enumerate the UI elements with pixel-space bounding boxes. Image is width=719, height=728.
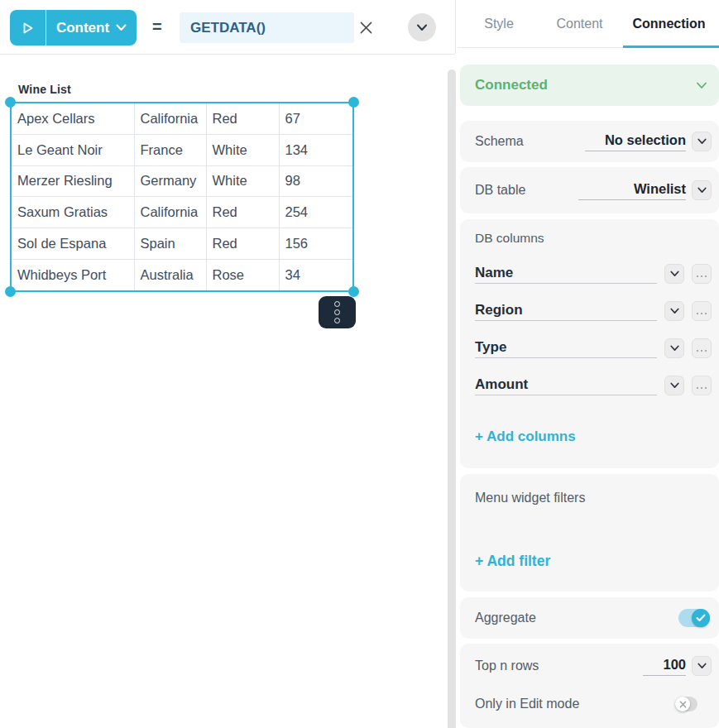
resize-handle-bottom-right[interactable]: [348, 286, 359, 297]
resize-handle-bottom-left[interactable]: [5, 286, 16, 297]
canvas-area: Content = GETDATA() Wine List: [0, 0, 458, 728]
schema-dropdown-button[interactable]: [692, 132, 712, 151]
top-n-dropdown-button[interactable]: [692, 656, 712, 676]
schema-label: Schema: [460, 134, 524, 149]
check-icon: [696, 614, 706, 622]
db-table-dropdown-button[interactable]: [692, 180, 712, 200]
wine-table-body: Apex CellarsCaliforniaRed67Le Geant Noir…: [12, 103, 352, 290]
table-cell: Spain: [134, 228, 206, 260]
active-tab-underline: [623, 46, 719, 48]
expand-formula-button[interactable]: [408, 13, 436, 41]
table-cell: 156: [279, 228, 352, 260]
chevron-down-icon: [416, 24, 428, 31]
connection-status-section[interactable]: Connected: [460, 65, 719, 106]
db-column-field[interactable]: Amount: [475, 376, 657, 395]
table-cell: Red: [206, 228, 279, 260]
table-cell: 98: [279, 165, 352, 197]
db-column-options-button[interactable]: [692, 376, 712, 395]
resize-handle-top-left[interactable]: [5, 97, 16, 108]
panel-tabs: Style Content Connection: [458, 0, 719, 48]
close-icon: [679, 701, 687, 708]
table-cell: Apex Cellars: [12, 103, 134, 134]
clear-formula-button[interactable]: [357, 18, 375, 36]
db-column-name: Region: [475, 302, 523, 318]
ellipsis-icon: [697, 275, 699, 278]
chevron-down-icon: [697, 187, 707, 194]
table-row[interactable]: Le Geant NoirFranceWhite134: [12, 134, 352, 165]
top-n-value-field[interactable]: 100: [643, 657, 686, 676]
play-button[interactable]: [10, 10, 46, 46]
table-cell: Australia: [134, 260, 206, 290]
content-dropdown-button[interactable]: Content: [46, 10, 137, 46]
db-column-name: Amount: [475, 376, 528, 392]
db-columns-list: NameRegionTypeAmount: [475, 264, 712, 413]
toolbar-vertical-divider: [455, 0, 456, 54]
edit-mode-row: Only in Edit mode: [460, 692, 697, 716]
close-icon: [359, 21, 373, 35]
db-column-dropdown-button[interactable]: [664, 338, 684, 358]
aggregate-toggle[interactable]: [678, 609, 710, 627]
wine-table-widget[interactable]: Apex CellarsCaliforniaRed67Le Geant Noir…: [10, 102, 354, 292]
table-cell: Saxum Gratias: [12, 197, 134, 228]
db-column-field[interactable]: Type: [475, 338, 657, 358]
db-column-options-button[interactable]: [692, 301, 712, 321]
db-column-field[interactable]: Region: [475, 301, 657, 321]
top-n-label: Top n rows: [460, 659, 539, 673]
db-column-row: Name: [475, 264, 712, 284]
add-columns-link[interactable]: + Add columns: [475, 429, 576, 445]
kebab-dot-icon: [334, 318, 340, 323]
add-filter-link[interactable]: + Add filter: [475, 553, 550, 570]
filters-label: Menu widget filters: [475, 491, 585, 505]
db-column-dropdown-button[interactable]: [664, 376, 684, 395]
chevron-down-icon: [116, 24, 127, 31]
canvas-scrollbar[interactable]: [448, 69, 456, 728]
ellipsis-icon: [697, 313, 699, 315]
menu-widget-filters-section: Menu widget filters + Add filter: [460, 474, 719, 592]
chevron-down-icon: [670, 382, 679, 389]
tab-style[interactable]: Style: [458, 0, 540, 47]
formula-input[interactable]: GETDATA(): [180, 12, 354, 43]
chevron-down-icon: [697, 138, 707, 145]
table-cell: 134: [279, 134, 352, 165]
edit-mode-toggle[interactable]: [675, 697, 697, 711]
db-column-row: Region: [475, 301, 712, 321]
table-row[interactable]: Whidbeys PortAustraliaRose34: [12, 260, 352, 290]
edit-mode-label: Only in Edit mode: [460, 697, 579, 711]
db-column-dropdown-button[interactable]: [664, 264, 684, 284]
table-cell: California: [134, 103, 206, 134]
db-table-value-field[interactable]: Winelist: [578, 181, 686, 200]
tab-connection[interactable]: Connection: [619, 0, 719, 47]
table-cell: Rose: [206, 260, 279, 290]
table-row[interactable]: Apex CellarsCaliforniaRed67: [12, 103, 352, 134]
wine-table: Apex CellarsCaliforniaRed67Le Geant Noir…: [12, 103, 352, 290]
db-column-options-button[interactable]: [692, 338, 712, 358]
db-column-name: Name: [475, 265, 513, 280]
run-content-button[interactable]: Content: [10, 10, 137, 46]
resize-handle-top-right[interactable]: [348, 97, 359, 108]
table-cell: 67: [279, 103, 352, 134]
aggregate-section: Aggregate: [460, 597, 719, 639]
table-cell: Sol de Espana: [12, 228, 134, 260]
table-row[interactable]: Merzer RieslingGermanyWhite98: [12, 165, 352, 197]
play-icon: [22, 22, 34, 35]
db-column-name: Type: [475, 339, 506, 355]
table-row[interactable]: Sol de EspanaSpainRed156: [12, 228, 352, 260]
chevron-down-icon: [697, 663, 707, 669]
chevron-down-icon: [670, 308, 679, 314]
formula-text: GETDATA(): [190, 20, 266, 36]
table-cell: France: [134, 134, 206, 165]
chevron-down-icon[interactable]: [696, 82, 707, 89]
table-cell: 34: [279, 260, 352, 290]
chevron-down-icon: [670, 345, 679, 352]
tab-content[interactable]: Content: [540, 0, 619, 47]
schema-value-field[interactable]: No selection: [585, 132, 686, 151]
db-column-options-button[interactable]: [692, 264, 712, 284]
table-row[interactable]: Saxum GratiasCaliforniaRed254: [12, 197, 352, 228]
table-cell: Whidbeys Port: [12, 260, 134, 290]
table-cell: Red: [206, 197, 279, 228]
chevron-down-icon: [670, 271, 679, 277]
db-column-field[interactable]: Name: [475, 264, 657, 284]
widget-menu-button[interactable]: [319, 296, 356, 328]
db-columns-section: DB columns NameRegionTypeAmount + Add co…: [460, 219, 719, 468]
db-column-dropdown-button[interactable]: [664, 301, 684, 321]
